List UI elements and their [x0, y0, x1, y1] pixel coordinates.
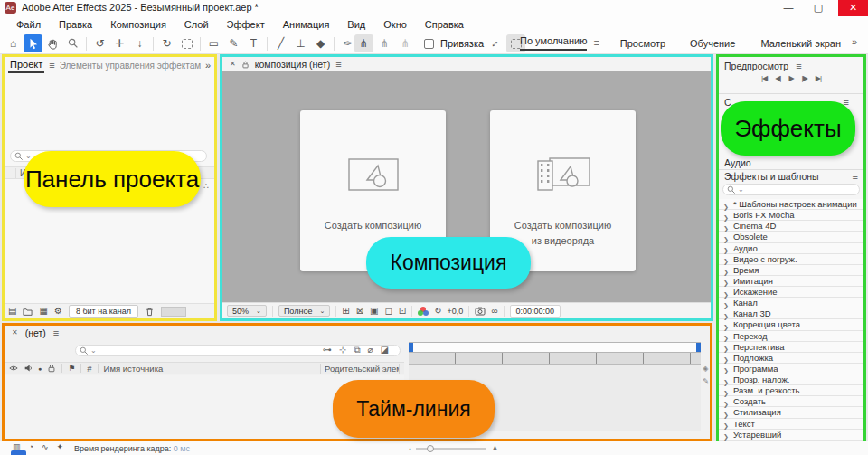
effects-category-row[interactable]: Создать [719, 396, 863, 407]
speaker-icon[interactable] [24, 364, 33, 373]
workspace-overflow-chevrons[interactable]: » [852, 36, 857, 47]
axis-mode-local-button[interactable]: ⋔ [354, 34, 373, 52]
eye-icon[interactable] [9, 364, 18, 373]
panel-menu-icon[interactable]: ≡ [796, 61, 801, 71]
viewer-option-icon[interactable]: ◻ [385, 307, 392, 316]
orbit-camera-tool[interactable]: ↺ [90, 34, 109, 52]
effects-category-row[interactable]: Канал 3D [719, 308, 863, 319]
resolution-select[interactable]: Полное⌄ [278, 305, 330, 317]
effects-category-row[interactable]: Прозр. налож. [719, 374, 863, 385]
zoom-out-mountain-icon[interactable]: ▴ [409, 446, 411, 451]
cleanup-icon[interactable]: ⚙ [54, 307, 62, 316]
clone-stamp-tool[interactable]: ⊥ [291, 34, 310, 52]
menu-item[interactable]: Слой [175, 19, 218, 30]
effects-category-row[interactable]: * Шаблоны настроек анимации [719, 199, 863, 210]
timecode-display[interactable]: 0:00:00:00 [510, 305, 561, 318]
marker-icon[interactable]: ◈ [703, 365, 709, 373]
work-area-end-handle[interactable] [696, 343, 701, 352]
effects-category-row[interactable]: Искажение [719, 287, 863, 298]
axis-mode-view-button[interactable]: ⋔ [396, 34, 415, 52]
preview-panel-header[interactable]: Предпросмотр ≡ [719, 61, 863, 71]
viewer-option-icon[interactable]: ⊡ [399, 307, 406, 316]
menu-item[interactable]: Композиция [101, 19, 175, 30]
home-button[interactable]: ⌂ [4, 34, 23, 52]
parent-link-column-label[interactable]: Родительский элемент и.. [320, 364, 400, 374]
zoom-slider-track[interactable] [416, 448, 486, 450]
close-button[interactable]: ✕ [838, 0, 868, 16]
hash-column-label[interactable]: # [87, 364, 91, 374]
effects-category-row[interactable]: Переход [719, 331, 863, 342]
work-area-bar[interactable] [409, 342, 701, 353]
lock-icon[interactable] [47, 364, 56, 373]
timeline-toggle-icon[interactable]: ⧉ [354, 346, 360, 355]
dolly-camera-tool[interactable]: ↓ [130, 34, 149, 52]
status-toggle-icon[interactable]: ✦ [57, 443, 64, 451]
magnification-select[interactable]: 50%⌄ [227, 305, 267, 317]
camera-region-tool[interactable] [177, 34, 196, 52]
viewer-option-icon[interactable]: ▣ [370, 307, 378, 316]
workspace-tab-review[interactable]: Просмотр [620, 38, 665, 49]
menu-item[interactable]: Файл [7, 19, 50, 30]
effects-category-row[interactable]: Время [719, 265, 863, 276]
workspace-tab-small-screen[interactable]: Маленький экран [760, 38, 841, 49]
selection-tool[interactable] [24, 34, 42, 52]
effects-category-row[interactable]: Программа [719, 364, 863, 374]
zoom-slider-thumb[interactable] [427, 445, 434, 452]
panel-menu-icon[interactable]: ≡ [53, 327, 59, 338]
type-tool[interactable]: T [244, 34, 263, 52]
axis-mode-world-button[interactable]: ⋔ [375, 34, 394, 52]
effects-category-row[interactable]: Перспектива [719, 342, 863, 353]
new-composition-icon[interactable]: ▦ [39, 307, 47, 316]
timeline-zoom-slider[interactable]: ▴ ▲ [409, 444, 499, 452]
tab-composition[interactable]: композиция (нет) [255, 59, 330, 70]
hand-tool[interactable] [43, 34, 62, 52]
exposure-value[interactable]: +0,0 [448, 307, 464, 316]
workspace-tab-default[interactable]: По умолчанию [520, 35, 587, 51]
time-ruler[interactable] [409, 353, 701, 365]
previous-frame-button[interactable]: ◀| [775, 75, 780, 82]
pen-tool[interactable]: ✎ [224, 34, 243, 52]
effects-category-row[interactable]: Cinema 4D [719, 221, 863, 232]
effects-panel-header[interactable]: Эффекты и шаблоны ≡ [719, 171, 863, 182]
flowchart-icon[interactable]: ∴ [203, 182, 209, 191]
timeline-toggle-icon[interactable]: ◪ [381, 346, 389, 355]
new-folder-icon[interactable] [23, 307, 33, 317]
effects-category-row[interactable]: Аудио [719, 243, 863, 254]
snap-checkbox[interactable] [424, 39, 434, 49]
panel-menu-icon[interactable]: ≡ [853, 171, 858, 182]
snapshot-camera-icon[interactable] [475, 306, 486, 317]
effects-category-row[interactable]: Obsolete [719, 232, 863, 242]
show-snapshot-icon[interactable]: ∞ [491, 307, 497, 316]
menu-item[interactable]: Анимация [274, 19, 339, 30]
effects-search-input[interactable]: ⌄ [722, 184, 860, 195]
next-frame-button[interactable]: |▶ [802, 75, 807, 82]
menu-item[interactable]: Эффект [218, 19, 274, 30]
audio-panel-header[interactable]: Аудио [719, 157, 863, 168]
tab-close-icon[interactable]: ✕ [230, 61, 236, 68]
effects-category-row[interactable]: Boris FX Mocha [719, 210, 863, 221]
tab-close-icon[interactable]: ✕ [12, 329, 18, 337]
menu-item[interactable]: Правка [50, 19, 101, 30]
rotation-tool[interactable]: ↻ [157, 34, 176, 52]
bit-depth-button[interactable]: 8 бит на канал [69, 305, 138, 318]
zoom-tool[interactable] [63, 34, 82, 52]
brush-tool[interactable]: ╱ [271, 34, 290, 52]
tab-timeline[interactable]: (нет) [25, 327, 46, 338]
tab-project[interactable]: Проект [8, 58, 44, 73]
effects-category-row[interactable]: Канал [719, 298, 863, 308]
chevron-right-icon[interactable] [723, 426, 729, 441]
work-area-start-handle[interactable] [409, 343, 413, 352]
status-toggle-icon[interactable]: ◔ [29, 443, 33, 451]
last-frame-button[interactable]: ▶| [816, 75, 821, 82]
effects-category-row[interactable]: Текст [719, 419, 863, 430]
minimize-button[interactable]: — [775, 0, 802, 16]
timeline-toggle-icon[interactable]: ⊹ [339, 346, 346, 355]
timeline-toggle-icon[interactable]: ⊶ [323, 346, 332, 355]
tab-effect-controls[interactable]: Элементы управления эффектами (не [60, 61, 201, 71]
work-area-thumb[interactable] [409, 342, 701, 353]
effects-category-row[interactable]: Имитация [719, 276, 863, 287]
effects-category-row[interactable]: Коррекция цвета [719, 319, 863, 330]
effects-category-row[interactable]: Стилизация [719, 407, 863, 418]
effects-category-row[interactable]: Подложка [719, 353, 863, 364]
exposure-reset-icon[interactable]: ↻ [434, 307, 441, 316]
